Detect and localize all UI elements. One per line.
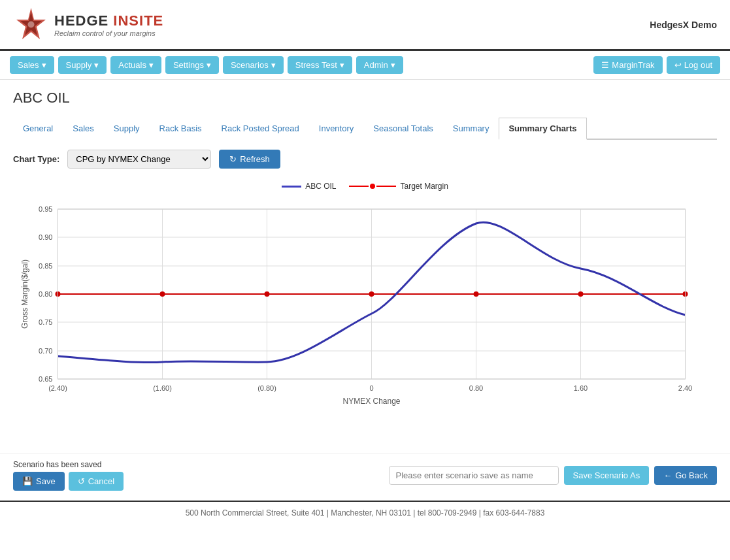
logo-icon [13, 7, 49, 42]
nav-sales[interactable]: Sales ▾ [10, 56, 54, 74]
svg-point-2 [28, 22, 35, 28]
navbar: Sales ▾ Supply ▾ Actuals ▾ Settings ▾ Sc… [0, 51, 730, 80]
logout-icon: ↩ [674, 60, 682, 70]
logo-title: HEDGE INSITE [54, 12, 163, 29]
nav-admin[interactable]: Admin ▾ [356, 56, 403, 74]
legend-target-margin-label: Target Margin [400, 182, 448, 191]
svg-text:NYMEX Change: NYMEX Change [342, 397, 400, 406]
nav-scenarios[interactable]: Scenarios ▾ [223, 56, 284, 74]
nav-settings[interactable]: Settings ▾ [165, 56, 219, 74]
legend-target-margin-line2 [376, 186, 396, 187]
demo-label: HedgesX Demo [650, 20, 717, 30]
chart-legend: ABC OIL Target Margin [13, 182, 717, 191]
save-icon: 💾 [22, 476, 33, 486]
footer-bar: Scenario has been saved 💾 Save ↺ Cancel … [0, 453, 730, 497]
site-footer: 500 North Commercial Street, Suite 401 |… [0, 501, 730, 524]
go-back-button[interactable]: ← Go Back [654, 466, 717, 485]
nav-actuals-caret: ▾ [149, 60, 154, 70]
svg-text:0.65: 0.65 [39, 375, 52, 383]
save-scenario-as-label: Save Scenario As [573, 470, 640, 480]
nav-supply[interactable]: Supply ▾ [58, 56, 107, 74]
logo-title-part1: HEDGE [54, 12, 113, 29]
svg-text:0.70: 0.70 [39, 347, 52, 355]
logo-subtitle: Reclaim control of your margins [54, 29, 163, 37]
nav-stress-test-label: Stress Test [295, 60, 337, 70]
nav-sales-label: Sales [18, 60, 39, 70]
logo-text: HEDGE INSITE Reclaim control of your mar… [54, 12, 163, 37]
legend-target-margin-dot [370, 184, 375, 189]
nav-stress-test-caret: ▾ [340, 60, 344, 70]
chart-svg: 0.95 0.90 0.85 0.80 0.75 0.70 0.65 (2.40… [13, 196, 717, 418]
scenario-name-input[interactable] [389, 466, 559, 485]
svg-text:(1.60): (1.60) [153, 384, 172, 392]
refresh-label: Refresh [240, 154, 270, 164]
save-scenario-as-button[interactable]: Save Scenario As [564, 466, 650, 485]
nav-supply-caret: ▾ [94, 60, 99, 70]
svg-point-37 [369, 291, 374, 297]
nav-right-buttons: ☰ MarginTrak ↩ Log out [593, 56, 720, 74]
svg-point-35 [160, 291, 165, 297]
scenario-saved-msg: Scenario has been saved [13, 460, 124, 469]
nav-actuals[interactable]: Actuals ▾ [110, 56, 161, 74]
list-icon: ☰ [601, 60, 609, 70]
nav-settings-caret: ▾ [207, 60, 211, 70]
header: HEDGE INSITE Reclaim control of your mar… [0, 0, 730, 51]
svg-point-38 [474, 291, 479, 297]
chart-container: ABC OIL Target Margin [13, 182, 717, 430]
save-label: Save [36, 476, 56, 486]
legend-target-line-container [349, 184, 396, 189]
nav-scenarios-caret: ▾ [271, 60, 276, 70]
go-back-label: Go Back [675, 470, 708, 480]
tab-inventory[interactable]: Inventory [309, 118, 363, 140]
legend-abc-oil: ABC OIL [282, 182, 336, 191]
tab-summary[interactable]: Summary [443, 118, 499, 140]
svg-text:1.60: 1.60 [574, 384, 588, 392]
chart-type-label: Chart Type: [13, 154, 59, 164]
svg-text:Gross Margin($/gal): Gross Margin($/gal) [20, 259, 29, 329]
cancel-button[interactable]: ↺ Cancel [69, 472, 124, 491]
legend-target-margin: Target Margin [349, 182, 448, 191]
svg-text:(2.40): (2.40) [48, 384, 67, 392]
tab-summary-charts[interactable]: Summary Charts [499, 118, 586, 140]
tab-rack-basis[interactable]: Rack Basis [150, 118, 212, 140]
footer-msg-container: Scenario has been saved 💾 Save ↺ Cancel [13, 460, 124, 491]
nav-scenarios-label: Scenarios [231, 60, 269, 70]
logo-title-part2: INSITE [113, 12, 163, 29]
refresh-icon: ↻ [229, 154, 237, 164]
tab-sales[interactable]: Sales [63, 118, 104, 140]
nav-supply-label: Supply [66, 60, 92, 70]
chart-type-select[interactable]: CPG by NYMEX Change Margin by Volume Sea… [67, 150, 211, 169]
logout-button[interactable]: ↩ Log out [667, 56, 720, 74]
svg-text:0.95: 0.95 [39, 205, 52, 213]
nav-admin-label: Admin [364, 60, 388, 70]
tab-supply[interactable]: Supply [104, 118, 150, 140]
margin-trak-button[interactable]: ☰ MarginTrak [593, 56, 662, 74]
cancel-icon: ↺ [78, 476, 85, 486]
refresh-button[interactable]: ↻ Refresh [219, 150, 280, 169]
svg-text:0.80: 0.80 [39, 290, 52, 298]
tab-rack-posted-spread[interactable]: Rack Posted Spread [212, 118, 309, 140]
logo-area: HEDGE INSITE Reclaim control of your mar… [13, 7, 163, 42]
site-footer-text: 500 North Commercial Street, Suite 401 |… [186, 508, 545, 518]
svg-text:0.90: 0.90 [39, 233, 52, 241]
nav-actuals-label: Actuals [118, 60, 146, 70]
footer-left-buttons: 💾 Save ↺ Cancel [13, 472, 124, 491]
tabs-container: General Sales Supply Rack Basis Rack Pos… [13, 116, 717, 140]
svg-text:2.40: 2.40 [678, 384, 692, 392]
footer-action-area: Save Scenario As ← Go Back [389, 466, 717, 485]
legend-abc-oil-label: ABC OIL [305, 182, 336, 191]
save-button[interactable]: 💾 Save [13, 472, 65, 491]
logout-label: Log out [684, 60, 712, 70]
nav-stress-test[interactable]: Stress Test ▾ [288, 56, 352, 74]
nav-sales-caret: ▾ [42, 60, 46, 70]
svg-point-36 [265, 291, 270, 297]
tab-seasonal-totals[interactable]: Seasonal Totals [363, 118, 443, 140]
page-title: ABC OIL [13, 90, 717, 107]
tab-general[interactable]: General [13, 118, 63, 140]
margin-trak-label: MarginTrak [612, 60, 654, 70]
svg-text:0.80: 0.80 [469, 384, 483, 392]
cancel-label: Cancel [88, 476, 114, 486]
legend-abc-oil-line [282, 186, 301, 188]
nav-settings-label: Settings [173, 60, 204, 70]
page-content: ABC OIL General Sales Supply Rack Basis … [0, 80, 730, 450]
